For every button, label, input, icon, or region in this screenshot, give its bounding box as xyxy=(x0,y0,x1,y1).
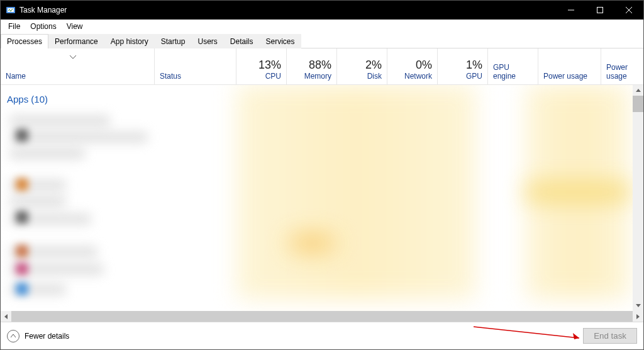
menu-file[interactable]: File xyxy=(3,21,25,32)
blurred-data xyxy=(526,183,630,201)
col-power-usage-trend[interactable]: Power usage xyxy=(601,48,643,84)
tab-app-history[interactable]: App history xyxy=(104,34,155,48)
col-network[interactable]: 0% Network xyxy=(387,48,438,84)
app-icon xyxy=(16,211,28,223)
column-headers: Name Status 13% CPU 88% Memory 2% Disk 0… xyxy=(1,48,643,85)
list-item[interactable] xyxy=(9,148,85,159)
annotation-arrow xyxy=(474,324,587,343)
col-status-label: Status xyxy=(160,72,231,81)
menu-bar: File Options View xyxy=(1,20,643,33)
menu-options[interactable]: Options xyxy=(25,21,61,32)
col-power-trend-label: Power usage xyxy=(606,63,638,81)
tab-users[interactable]: Users xyxy=(191,34,223,48)
apps-group-header[interactable]: Apps (10) xyxy=(6,89,231,111)
svg-line-6 xyxy=(474,327,579,338)
svg-marker-7 xyxy=(573,333,579,339)
memory-value: 88% xyxy=(309,59,331,72)
disk-value: 2% xyxy=(365,59,382,72)
col-cpu-label: CPU xyxy=(265,72,281,81)
task-manager-window: Task Manager File Options View Processes… xyxy=(0,0,644,350)
horizontal-scrollbar[interactable] xyxy=(1,311,643,322)
app-icon xyxy=(16,283,28,295)
tab-performance[interactable]: Performance xyxy=(48,34,104,48)
chevron-up-icon xyxy=(7,330,19,342)
tab-startup[interactable]: Startup xyxy=(155,34,192,48)
col-disk[interactable]: 2% Disk xyxy=(337,48,387,84)
minimize-button[interactable] xyxy=(557,1,586,20)
svg-rect-3 xyxy=(597,8,603,13)
fewer-details-label: Fewer details xyxy=(25,332,69,341)
col-gpu-engine-label: GPU engine xyxy=(493,63,533,81)
title-bar: Task Manager xyxy=(1,1,643,20)
tab-services[interactable]: Services xyxy=(260,34,301,48)
gpu-value: 1% xyxy=(466,59,482,72)
close-button[interactable] xyxy=(614,1,643,20)
col-cpu[interactable]: 13% CPU xyxy=(236,48,287,84)
content-area: Name Status 13% CPU 88% Memory 2% Disk 0… xyxy=(1,48,643,322)
col-disk-label: Disk xyxy=(367,72,382,81)
end-task-button[interactable]: End task xyxy=(583,328,637,344)
tab-bar: Processes Performance App history Startu… xyxy=(1,33,643,48)
col-status[interactable]: Status xyxy=(155,48,236,84)
list-item[interactable] xyxy=(9,115,110,127)
fewer-details-toggle[interactable]: Fewer details xyxy=(7,330,69,342)
blurred-data xyxy=(236,85,475,299)
list-item[interactable] xyxy=(9,132,148,143)
col-power-label: Power usage xyxy=(543,72,596,81)
network-value: 0% xyxy=(416,59,432,72)
vertical-scrollbar[interactable] xyxy=(633,85,643,311)
list-item[interactable] xyxy=(9,196,66,207)
app-icon xyxy=(16,262,28,275)
menu-view[interactable]: View xyxy=(62,21,88,32)
app-icon xyxy=(16,129,28,142)
col-memory-label: Memory xyxy=(304,72,331,81)
footer: Fewer details End task xyxy=(1,322,643,349)
col-gpu[interactable]: 1% GPU xyxy=(438,48,488,84)
col-memory[interactable]: 88% Memory xyxy=(287,48,337,84)
col-gpu-label: GPU xyxy=(466,72,482,81)
col-gpu-engine[interactable]: GPU engine xyxy=(488,48,538,84)
maximize-button[interactable] xyxy=(586,1,614,20)
cpu-value: 13% xyxy=(258,59,281,72)
scroll-right-icon[interactable] xyxy=(633,314,643,319)
app-icon xyxy=(6,5,16,15)
chevron-down-icon[interactable] xyxy=(70,52,76,61)
scroll-up-icon[interactable] xyxy=(633,85,643,96)
col-name-label: Name xyxy=(6,72,149,81)
tab-details[interactable]: Details xyxy=(224,34,260,48)
window-title: Task Manager xyxy=(19,6,67,14)
blurred-data xyxy=(287,233,337,253)
col-name[interactable]: Name xyxy=(1,48,155,84)
app-icon xyxy=(16,178,28,191)
scroll-left-icon[interactable] xyxy=(1,314,11,319)
process-list: Apps (10) xyxy=(1,85,643,311)
col-power-usage[interactable]: Power usage xyxy=(538,48,601,84)
col-network-label: Network xyxy=(404,72,432,81)
scrollbar-thumb[interactable] xyxy=(633,96,643,112)
scroll-down-icon[interactable] xyxy=(633,300,643,311)
app-icon xyxy=(16,245,28,257)
tab-processes[interactable]: Processes xyxy=(1,34,48,48)
scrollbar-thumb[interactable] xyxy=(11,311,608,322)
